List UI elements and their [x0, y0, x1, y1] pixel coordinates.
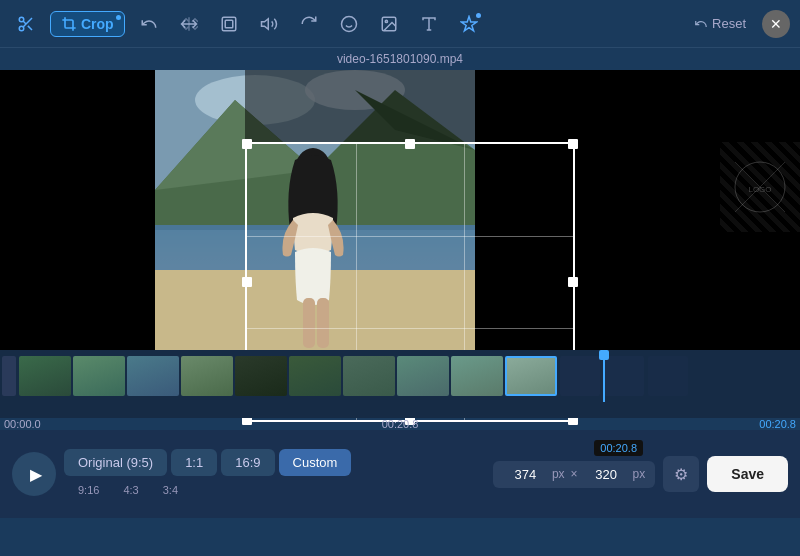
svg-line-3 — [28, 25, 32, 29]
timestamp-tooltip: 00:20.8 — [594, 440, 643, 456]
ratio-1-1-label: 1:1 — [185, 455, 203, 470]
sticker-tool[interactable] — [333, 8, 365, 40]
reset-button[interactable]: Reset — [686, 12, 754, 35]
scissors-tool[interactable] — [10, 8, 42, 40]
px-width-input[interactable] — [503, 467, 548, 482]
text-tool[interactable] — [413, 8, 445, 40]
filename-bar: video-1651801090.mp4 — [0, 48, 800, 70]
toolbar: Crop — [0, 0, 800, 48]
svg-line-4 — [23, 21, 26, 24]
close-icon: ✕ — [770, 16, 782, 32]
timeline-thumb[interactable] — [127, 356, 179, 396]
timeline-thumb-right — [648, 356, 688, 396]
px-label-w: px — [552, 467, 565, 481]
ratio-3-4-label: 3:4 — [163, 484, 178, 496]
timeline-timestamps: 00:00.0 00:20.8 00:20.8 — [0, 418, 800, 430]
timeline-thumb-right — [604, 356, 644, 396]
playhead[interactable] — [603, 350, 605, 402]
crop-mask-top — [245, 70, 575, 142]
crop-handle-tl[interactable] — [242, 139, 252, 149]
ratio-row-1: Original (9:5) 1:1 16:9 Custom — [64, 449, 485, 476]
px-group: px × px — [493, 461, 655, 488]
svg-point-1 — [19, 26, 24, 31]
play-button[interactable]: ▶ — [12, 452, 56, 496]
filename-text: video-1651801090.mp4 — [337, 52, 463, 66]
timeline-track[interactable] — [0, 350, 800, 402]
save-button[interactable]: Save — [707, 456, 788, 492]
ratio-9-16[interactable]: 9:16 — [68, 480, 109, 500]
close-button[interactable]: ✕ — [762, 10, 790, 38]
timestamp-mid: 00:20.8 — [382, 418, 419, 430]
px-x-symbol: × — [571, 467, 578, 481]
ratio-original-label: Original (9:5) — [78, 455, 153, 470]
crop-grid-line — [247, 328, 573, 329]
ratio-original[interactable]: Original (9:5) — [64, 449, 167, 476]
timeline-thumb-right — [560, 356, 600, 396]
active-dot — [116, 15, 121, 20]
px-label-h: px — [633, 467, 646, 481]
ratio-1-1[interactable]: 1:1 — [171, 449, 217, 476]
crop-handle-ml[interactable] — [242, 277, 252, 287]
timeline-thumb-edge — [2, 356, 16, 396]
effect-tool[interactable] — [453, 8, 485, 40]
timeline-area[interactable] — [0, 350, 800, 418]
ratio-custom[interactable]: Custom — [279, 449, 352, 476]
video-area: LOGO 00:20.8 — [0, 70, 800, 350]
svg-marker-7 — [261, 18, 268, 29]
black-bar-left — [0, 70, 155, 350]
px-height-input[interactable] — [584, 467, 629, 482]
crop-grid-line — [247, 236, 573, 237]
ratio-row-2: 9:16 4:3 3:4 — [64, 480, 485, 500]
ratio-4-3[interactable]: 4:3 — [113, 480, 148, 500]
reset-label: Reset — [712, 16, 746, 31]
bottom-controls: ▶ Original (9:5) 1:1 16:9 Custom 9:16 4:… — [0, 430, 800, 518]
ratio-3-4[interactable]: 3:4 — [153, 480, 188, 500]
save-label: Save — [731, 466, 764, 482]
timeline-thumb[interactable] — [451, 356, 503, 396]
svg-point-12 — [385, 20, 387, 22]
watermark-area: LOGO — [720, 142, 800, 232]
crop-label: Crop — [81, 16, 114, 32]
ratio-custom-label: Custom — [293, 455, 338, 470]
crop-handle-tr[interactable] — [568, 139, 578, 149]
crop-handle-tm[interactable] — [405, 139, 415, 149]
timeline-thumb[interactable] — [19, 356, 71, 396]
timeline-thumb-active[interactable] — [505, 356, 557, 396]
volume-tool[interactable] — [253, 8, 285, 40]
timestamp-value: 00:20.8 — [600, 442, 637, 454]
settings-icon: ⚙ — [674, 465, 688, 484]
timeline-thumb[interactable] — [343, 356, 395, 396]
ratio-options: Original (9:5) 1:1 16:9 Custom 9:16 4:3 … — [64, 449, 485, 500]
aspect-tool[interactable] — [213, 8, 245, 40]
timeline-thumb[interactable] — [181, 356, 233, 396]
timestamp-end: 00:20.8 — [759, 418, 796, 430]
rotate-tool[interactable] — [293, 8, 325, 40]
crop-handle-mr[interactable] — [568, 277, 578, 287]
ratio-4-3-label: 4:3 — [123, 484, 138, 496]
ratio-9-16-label: 9:16 — [78, 484, 99, 496]
settings-button[interactable]: ⚙ — [663, 456, 699, 492]
svg-rect-6 — [225, 20, 233, 28]
playhead-head — [599, 350, 609, 360]
timeline-container: 00:00.0 00:20.8 00:20.8 — [0, 350, 800, 430]
flip-tool[interactable] — [173, 8, 205, 40]
image-tool[interactable] — [373, 8, 405, 40]
svg-point-0 — [19, 17, 24, 22]
timestamp-start: 00:00.0 — [4, 418, 41, 430]
timeline-thumb[interactable] — [397, 356, 449, 396]
timeline-thumb[interactable] — [73, 356, 125, 396]
svg-rect-5 — [222, 17, 236, 31]
timeline-thumb[interactable] — [289, 356, 341, 396]
svg-point-8 — [341, 16, 356, 31]
ratio-16-9[interactable]: 16:9 — [221, 449, 274, 476]
crop-tool-button[interactable]: Crop — [50, 11, 125, 37]
play-icon: ▶ — [30, 465, 42, 484]
undo-tool[interactable] — [133, 8, 165, 40]
ratio-16-9-label: 16:9 — [235, 455, 260, 470]
timeline-thumb[interactable] — [235, 356, 287, 396]
